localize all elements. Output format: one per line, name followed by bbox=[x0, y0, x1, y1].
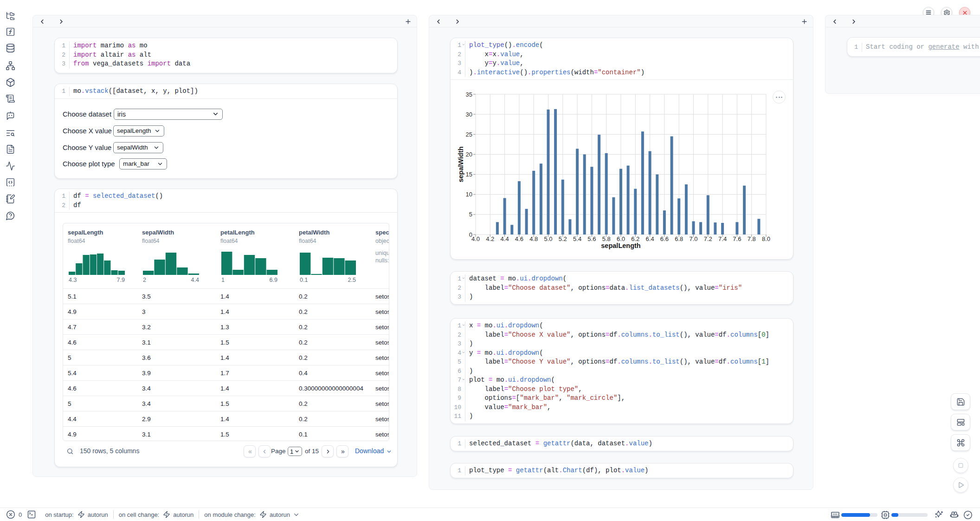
svg-text:6.4: 6.4 bbox=[646, 235, 654, 242]
svg-text:4.6: 4.6 bbox=[515, 235, 523, 242]
svg-text:8.0: 8.0 bbox=[762, 235, 770, 242]
svg-text:6.6: 6.6 bbox=[660, 235, 669, 242]
svg-text:5.2: 5.2 bbox=[559, 235, 567, 242]
svg-text:sepalLength: sepalLength bbox=[601, 242, 640, 249]
svg-text:sepalWidth: sepalWidth bbox=[457, 146, 464, 182]
svg-text:25: 25 bbox=[466, 131, 472, 138]
svg-text:6.8: 6.8 bbox=[675, 235, 683, 242]
svg-text:20: 20 bbox=[466, 151, 472, 158]
svg-text:4.2: 4.2 bbox=[486, 235, 494, 242]
svg-text:5: 5 bbox=[469, 211, 472, 218]
svg-text:4.0: 4.0 bbox=[471, 235, 480, 242]
svg-text:30: 30 bbox=[466, 111, 472, 118]
svg-text:7.6: 7.6 bbox=[733, 235, 741, 242]
svg-text:6.2: 6.2 bbox=[631, 235, 639, 242]
svg-text:4.4: 4.4 bbox=[501, 235, 509, 242]
svg-text:5.4: 5.4 bbox=[573, 235, 581, 242]
svg-text:10: 10 bbox=[466, 191, 472, 198]
svg-text:4.8: 4.8 bbox=[529, 235, 538, 242]
svg-text:7.4: 7.4 bbox=[718, 235, 727, 242]
svg-text:6.0: 6.0 bbox=[617, 235, 625, 242]
svg-text:5.8: 5.8 bbox=[602, 235, 611, 242]
svg-text:7.2: 7.2 bbox=[704, 235, 712, 242]
svg-text:7.0: 7.0 bbox=[689, 235, 697, 242]
svg-text:35: 35 bbox=[466, 91, 472, 98]
svg-text:5.0: 5.0 bbox=[544, 235, 552, 242]
svg-text:7.8: 7.8 bbox=[748, 235, 756, 242]
svg-text:5.6: 5.6 bbox=[587, 235, 596, 242]
svg-text:15: 15 bbox=[466, 171, 472, 178]
